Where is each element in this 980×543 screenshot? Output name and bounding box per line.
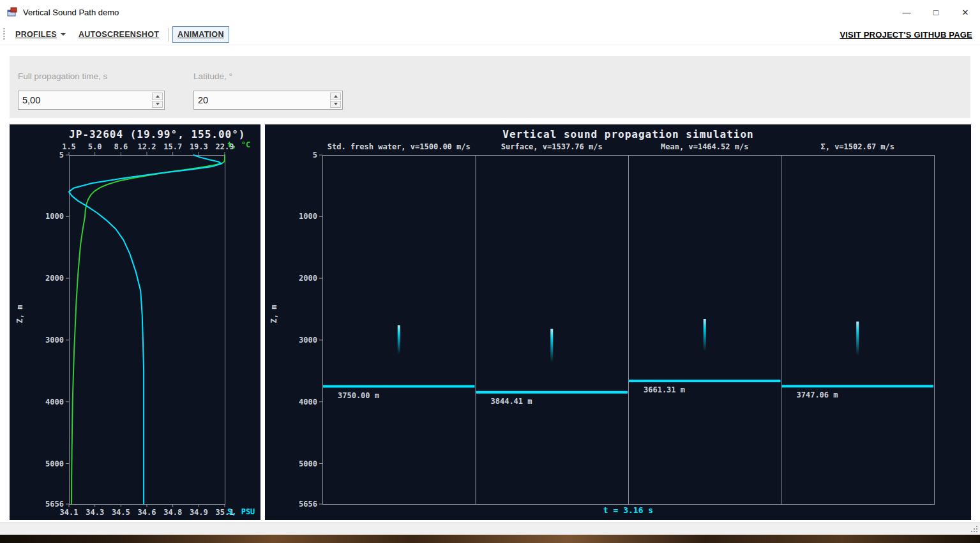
menu-autoscreenshot[interactable]: AUTOSCREENSHOT <box>73 26 164 43</box>
simulation-chart-panel: 51000200030004000500056563750.00 m3844.4… <box>265 124 971 520</box>
menu-profiles-label: PROFILES <box>15 30 57 39</box>
menu-animation-label: ANIMATION <box>177 30 224 39</box>
svg-text:1.5: 1.5 <box>62 142 76 151</box>
svg-text:34.5: 34.5 <box>112 508 130 517</box>
window-controls: — □ ✕ <box>892 0 980 24</box>
svg-text:5: 5 <box>313 151 317 160</box>
toolbar-grip[interactable] <box>3 28 5 41</box>
temperature-axis-label: t, °C <box>227 140 250 149</box>
profile-chart-title: JP-32604 (19.99°, 155.00°) <box>69 128 225 140</box>
spin-down-button[interactable] <box>330 101 341 108</box>
status-bar <box>0 522 980 535</box>
spin-down-button[interactable] <box>152 101 163 108</box>
spin-up-button[interactable] <box>330 93 341 100</box>
propagation-time-input[interactable] <box>19 91 152 109</box>
menu-profiles[interactable]: PROFILES <box>10 26 71 43</box>
propagation-time-stepper <box>18 91 165 110</box>
svg-text:1000: 1000 <box>299 212 317 221</box>
svg-text:5: 5 <box>59 151 64 160</box>
svg-text:5000: 5000 <box>45 459 64 468</box>
svg-text:15.7: 15.7 <box>163 142 182 151</box>
simulation-panel-headers: Std. fresh water, v=1500.00 m/s Surface,… <box>322 142 934 151</box>
resize-grip[interactable] <box>970 525 978 533</box>
simulation-chart-title: Vertical sound propagation simulation <box>322 128 934 140</box>
svg-text:5656: 5656 <box>299 500 317 509</box>
github-page-link[interactable]: VISIT PROJECT'S GITHUB PAGE <box>840 30 972 40</box>
panel-header-sigma: Σ, v=1502.67 m/s <box>781 142 935 151</box>
desktop-wallpaper-strip <box>0 535 980 543</box>
svg-text:5656: 5656 <box>45 500 64 509</box>
svg-text:19.3: 19.3 <box>190 142 208 151</box>
triangle-down-icon <box>334 103 338 105</box>
svg-text:4000: 4000 <box>299 398 317 406</box>
titlebar[interactable]: Vertical Sound Path demo — □ ✕ <box>0 0 980 24</box>
parameters-panel: Full propagation time, s Latitude, ° <box>10 56 970 118</box>
latitude-spinner <box>330 91 342 109</box>
propagation-time-label: Full propagation time, s <box>18 71 107 81</box>
svg-text:34.1: 34.1 <box>60 508 79 517</box>
svg-text:8.6: 8.6 <box>114 142 128 151</box>
panel-header-fresh-water: Std. fresh water, v=1500.00 m/s <box>322 142 476 151</box>
svg-text:2000: 2000 <box>299 274 317 283</box>
panel-header-mean: Mean, v=1464.52 m/s <box>628 142 781 151</box>
svg-text:3750.00 m: 3750.00 m <box>338 391 379 400</box>
maximize-button[interactable]: □ <box>921 0 951 24</box>
profile-chart-panel: 51000200030004000500056561.55.08.612.215… <box>10 124 260 520</box>
window-title: Vertical Sound Path demo <box>23 8 119 17</box>
propagation-time-spinner <box>152 91 164 109</box>
svg-text:5000: 5000 <box>299 459 317 468</box>
svg-text:2000: 2000 <box>45 274 64 283</box>
triangle-down-icon <box>156 103 160 105</box>
triangle-up-icon <box>156 95 160 98</box>
menu-animation[interactable]: ANIMATION <box>172 26 229 43</box>
profile-depth-axis-label: Z, m <box>15 300 24 328</box>
simulation-time-label: t = 3.16 s <box>322 505 934 515</box>
svg-text:1000: 1000 <box>45 212 64 221</box>
svg-text:34.9: 34.9 <box>190 508 208 517</box>
triangle-up-icon <box>334 95 338 98</box>
svg-text:3000: 3000 <box>45 336 64 345</box>
close-button[interactable]: ✕ <box>951 0 980 24</box>
profile-chart-canvas: 51000200030004000500056561.55.08.612.215… <box>10 124 260 520</box>
app-icon <box>7 7 17 17</box>
salinity-axis-label: S, PSU <box>227 507 255 516</box>
svg-text:3661.31 m: 3661.31 m <box>644 385 685 394</box>
latitude-input[interactable] <box>194 91 330 109</box>
spin-up-button[interactable] <box>152 93 163 100</box>
svg-text:34.6: 34.6 <box>138 508 156 517</box>
svg-text:34.3: 34.3 <box>86 508 104 517</box>
svg-text:34.8: 34.8 <box>163 508 182 517</box>
svg-text:12.2: 12.2 <box>138 142 156 151</box>
toolbar-separator <box>168 28 169 41</box>
menu-autoscreenshot-label: AUTOSCREENSHOT <box>79 30 159 39</box>
chevron-down-icon <box>61 33 66 36</box>
simulation-depth-axis-label: Z, m <box>269 300 278 328</box>
svg-text:3747.06 m: 3747.06 m <box>797 391 838 399</box>
latitude-stepper <box>193 91 343 110</box>
simulation-chart-canvas: 51000200030004000500056563750.00 m3844.4… <box>265 124 971 520</box>
svg-text:4000: 4000 <box>45 398 64 406</box>
svg-text:3844.41 m: 3844.41 m <box>491 397 532 406</box>
svg-text:3000: 3000 <box>299 336 317 345</box>
toolbar: PROFILES AUTOSCREENSHOT ANIMATION VISIT … <box>0 24 980 45</box>
panel-header-surface: Surface, v=1537.76 m/s <box>476 142 629 151</box>
svg-text:5.0: 5.0 <box>88 142 102 151</box>
minimize-button[interactable]: — <box>892 0 921 24</box>
latitude-label: Latitude, ° <box>193 71 232 81</box>
